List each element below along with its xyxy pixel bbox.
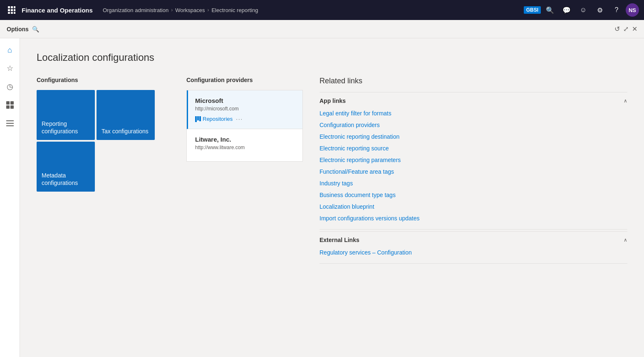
link-regulatory-services[interactable]: Regulatory services – Configuration — [320, 247, 627, 258]
svg-rect-5 — [14, 9, 15, 11]
content-grid: Configurations Reporting configurations … — [37, 77, 627, 265]
user-avatar[interactable]: NS — [626, 3, 639, 17]
external-links-chevron: ∧ — [624, 237, 627, 243]
link-functional-tags[interactable]: Functional/Feature area tags — [320, 166, 627, 177]
settings-icon-btn[interactable]: ⚙ — [592, 2, 607, 17]
config-tiles: Reporting configurations Tax configurati… — [37, 90, 170, 192]
tile-tax[interactable]: Tax configurations — [97, 90, 155, 140]
org-code-badge: GBSI — [524, 6, 541, 14]
search-icon-btn[interactable]: 🔍 — [542, 2, 557, 17]
breadcrumb-sep-2: › — [207, 7, 209, 13]
sidebar-item-modules[interactable] — [2, 115, 18, 132]
app-links-label: App links — [320, 97, 346, 104]
svg-rect-3 — [8, 9, 10, 11]
svg-rect-11 — [6, 105, 10, 109]
breadcrumb-workspaces[interactable]: Workspaces — [175, 7, 205, 13]
external-links-label: External Links — [320, 237, 359, 243]
breadcrumb: Organization administration › Workspaces… — [103, 7, 520, 13]
options-label: Options — [7, 26, 29, 32]
tile-metadata[interactable]: Metadata configurations — [37, 142, 95, 192]
close-icon[interactable]: ✕ — [632, 25, 637, 33]
section-divider — [320, 229, 627, 230]
provider-more-btn[interactable]: ··· — [236, 116, 243, 122]
svg-rect-7 — [11, 12, 13, 14]
chat-icon-btn[interactable]: 💬 — [559, 2, 574, 17]
svg-rect-18 — [199, 116, 201, 121]
svg-rect-16 — [195, 116, 197, 122]
breadcrumb-org[interactable]: Organization administration — [103, 7, 168, 13]
sidebar-item-workspaces[interactable] — [2, 97, 18, 113]
link-import-configs[interactable]: Import configurations versions updates — [320, 212, 627, 224]
options-search-icon[interactable]: 🔍 — [32, 26, 39, 32]
svg-rect-10 — [10, 101, 14, 105]
related-links-title: Related links — [320, 77, 627, 85]
provider-litware[interactable]: Litware, Inc. http://www.litware.com — [187, 129, 302, 161]
svg-rect-13 — [6, 120, 14, 121]
sidebar-item-favorites[interactable]: ☆ — [2, 60, 18, 77]
help-icon-btn[interactable]: ? — [609, 2, 624, 17]
refresh-icon[interactable]: ↺ — [614, 25, 620, 33]
optionsbar: Options 🔍 ↺ ⤢ ✕ — [0, 20, 644, 38]
link-er-destination[interactable]: Electronic reporting destination — [320, 131, 627, 142]
providers-wrapper: Microsoft http://microsoft.com Repositor… — [186, 90, 303, 162]
main-content: Localization configurations Configuratio… — [20, 38, 644, 357]
providers-list: Microsoft http://microsoft.com Repositor… — [186, 90, 303, 162]
sidebar-item-home[interactable]: ⌂ — [2, 42, 18, 58]
svg-rect-14 — [6, 123, 14, 124]
provider-microsoft-name: Microsoft — [195, 97, 294, 104]
app-links-list: Legal entity filter for formats Configur… — [320, 107, 627, 227]
link-business-doc-tags[interactable]: Business document type tags — [320, 189, 627, 201]
provider-microsoft[interactable]: Microsoft http://microsoft.com Repositor… — [187, 90, 302, 129]
provider-litware-url: http://www.litware.com — [195, 145, 294, 150]
link-localization-blueprint[interactable]: Localization blueprint — [320, 201, 627, 212]
app-links-chevron: ∧ — [624, 98, 627, 104]
configurations-section: Configurations Reporting configurations … — [37, 77, 170, 192]
configurations-section-title: Configurations — [37, 77, 170, 83]
breadcrumb-er[interactable]: Electronic reporting — [211, 7, 258, 13]
external-links-header[interactable]: External Links ∧ — [320, 231, 627, 247]
link-industry-tags[interactable]: Industry tags — [320, 177, 627, 189]
svg-rect-4 — [11, 9, 13, 11]
svg-rect-17 — [197, 116, 199, 120]
svg-rect-6 — [8, 12, 10, 14]
provider-microsoft-url: http://microsoft.com — [195, 106, 294, 112]
svg-rect-12 — [10, 105, 14, 109]
providers-section-title: Configuration providers — [186, 77, 303, 83]
sidebar-item-recent[interactable]: ◷ — [2, 78, 18, 95]
svg-rect-9 — [6, 101, 10, 105]
link-legal-entity[interactable]: Legal entity filter for formats — [320, 107, 627, 119]
topbar-right: GBSI 🔍 💬 ☺ ⚙ ? NS — [524, 2, 639, 17]
breadcrumb-sep-1: › — [171, 7, 173, 13]
app-title: Finance and Operations — [22, 7, 93, 14]
related-links-section: Related links App links ∧ Legal entity f… — [320, 77, 627, 265]
page-title: Localization configurations — [37, 52, 627, 63]
app-links-header[interactable]: App links ∧ — [320, 92, 627, 107]
sidebar: ⌂ ☆ ◷ — [0, 38, 20, 357]
repositories-btn[interactable]: Repositories — [195, 116, 233, 122]
external-links-bottom-divider — [320, 263, 627, 264]
topbar: Finance and Operations Organization admi… — [0, 0, 644, 20]
provider-microsoft-actions: Repositories ··· — [195, 116, 294, 122]
link-config-providers[interactable]: Configuration providers — [320, 119, 627, 131]
external-links-list: Regulatory services – Configuration — [320, 247, 627, 262]
svg-rect-0 — [8, 6, 10, 8]
tile-reporting[interactable]: Reporting configurations — [37, 90, 95, 140]
svg-rect-15 — [6, 125, 14, 126]
svg-rect-1 — [11, 6, 13, 8]
provider-litware-name: Litware, Inc. — [195, 136, 294, 143]
svg-rect-2 — [14, 6, 15, 8]
svg-rect-8 — [14, 12, 15, 14]
grid-menu-icon[interactable] — [5, 3, 18, 17]
expand-icon[interactable]: ⤢ — [623, 25, 629, 33]
link-er-parameters[interactable]: Electronic reporting parameters — [320, 154, 627, 166]
optionsbar-right: ↺ ⤢ ✕ — [614, 25, 637, 33]
providers-section: Configuration providers Microsoft http:/… — [186, 77, 303, 162]
emoji-icon-btn[interactable]: ☺ — [576, 2, 591, 17]
link-er-source[interactable]: Electronic reporting source — [320, 142, 627, 154]
main-layout: ⌂ ☆ ◷ Localization configurations Config… — [0, 38, 644, 357]
